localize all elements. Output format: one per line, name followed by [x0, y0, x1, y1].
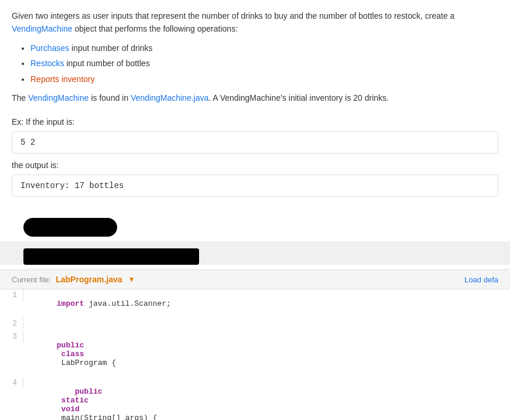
line-content-2[interactable]	[29, 318, 34, 329]
line-num-3: 3	[0, 331, 23, 342]
code-line-3: 3 public class LabProgram {	[0, 331, 510, 377]
bullet-list: Purchases input number of drinks Restock…	[30, 42, 498, 86]
classname: LabProgram {	[57, 358, 116, 367]
line-num-2: 2	[0, 318, 23, 329]
example-input-value: 5 2	[20, 138, 35, 147]
code-line-1: 1 import java.util.Scanner;	[0, 289, 510, 318]
bullet-highlight-1: Purchases	[30, 43, 69, 53]
bullet-item-3: Reports inventory	[30, 73, 498, 86]
line-num-1: 1	[0, 289, 23, 301]
current-file-name: LabProgram.java	[56, 275, 122, 284]
toolbar-section: Current file: LabProgram.java ▼ Load def…	[0, 269, 510, 289]
line-content-1[interactable]: import java.util.Scanner;	[29, 289, 171, 318]
keyword-public-4: public	[57, 387, 102, 396]
intro-text: Given two integers as user inputs that r…	[12, 9, 498, 36]
keyword-public-3: public	[57, 341, 84, 350]
example-output-value: Inventory: 17 bottles	[20, 181, 124, 190]
vendingmachine-ref: VendingMachine	[28, 93, 89, 103]
bullet-highlight-2: Restocks	[30, 59, 64, 68]
example-label: Ex: If the input is:	[12, 117, 498, 127]
example-input-box: 5 2	[12, 131, 498, 153]
line-content-3[interactable]: public class LabProgram {	[29, 331, 116, 377]
description-area: Given two integers as user inputs that r…	[0, 0, 510, 117]
redacted-block-1	[23, 218, 117, 237]
line-num-4: 4	[0, 377, 23, 388]
bullet-item-1: Purchases input number of drinks	[30, 42, 498, 54]
example-output-box: Inventory: 17 bottles	[12, 175, 498, 197]
bullet-highlight-3: Reports inventory	[30, 74, 95, 84]
load-default-button[interactable]: Load defa	[464, 275, 498, 284]
redacted-section	[0, 211, 510, 237]
example-section: Ex: If the input is: 5 2 the output is: …	[0, 117, 510, 211]
method-main: main(String[] args) {	[57, 414, 158, 420]
redacted-bar-section	[0, 241, 510, 265]
code-editor: 1 import java.util.Scanner; 2 3 public c…	[0, 289, 510, 420]
output-label: the output is:	[12, 161, 498, 170]
toolbar-left: Current file: LabProgram.java ▼	[12, 275, 135, 284]
keyword-static: static	[57, 396, 89, 405]
filename-ref: VendingMachine.java	[131, 93, 208, 103]
line-content-4[interactable]: public static void main(String[] args) {	[29, 377, 157, 420]
footer-text: The VendingMachine is found in VendingMa…	[12, 91, 498, 104]
bullet-item-2: Restocks input number of bottles	[30, 57, 498, 70]
keyword-void: void	[57, 405, 80, 414]
code-line-4: 4 public static void main(String[] args)…	[0, 377, 510, 420]
redacted-block-2	[23, 248, 199, 265]
code-line-2: 2	[0, 318, 510, 331]
keyword-import: import	[57, 299, 84, 308]
keyword-class: class	[57, 350, 84, 358]
dropdown-arrow-icon[interactable]: ▼	[128, 275, 135, 284]
current-file-label: Current file:	[12, 275, 51, 284]
class-name-highlight: VendingMachine	[12, 24, 73, 33]
